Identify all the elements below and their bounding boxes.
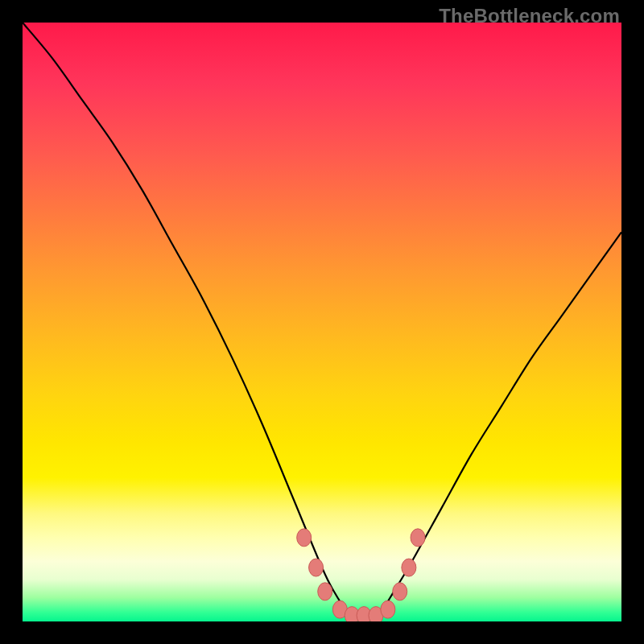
curve-marker: [411, 529, 425, 547]
chart-frame: TheBottleneck.com: [0, 0, 644, 644]
curve-marker: [393, 583, 407, 601]
curve-marker: [297, 529, 312, 547]
bottleneck-curve: [23, 23, 621, 621]
curve-marker: [381, 601, 395, 618]
curve-marker: [318, 583, 332, 601]
plot-area: [23, 23, 621, 621]
curve-marker: [309, 559, 324, 576]
curve-marker: [402, 559, 416, 576]
